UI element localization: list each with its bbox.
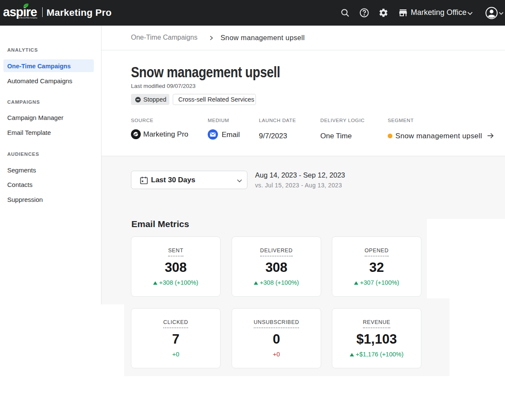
svg-text:A ServiceTitan Company: A ServiceTitan Company [19,17,37,19]
